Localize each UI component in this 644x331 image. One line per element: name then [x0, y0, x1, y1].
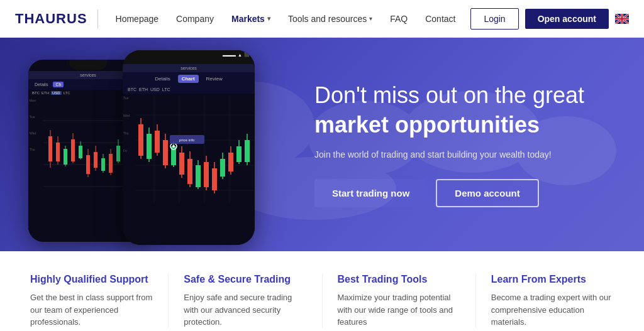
nav-item-contact[interactable]: Contact — [418, 9, 463, 29]
chevron-down-icon: ▾ — [267, 15, 270, 22]
feature-title-0: Highly Qualified Support — [30, 274, 153, 285]
feature-item-2: Best Trading ToolsMaximize your trading … — [323, 274, 476, 328]
logo: THAURUS — [15, 11, 87, 27]
nav-item-homepage[interactable]: Homepage — [108, 9, 167, 29]
feature-desc-2: Maximize your trading potential with our… — [338, 291, 460, 328]
feature-item-3: Learn From ExpertsBecome a trading exper… — [476, 274, 629, 328]
chevron-down-icon: ▾ — [369, 15, 372, 22]
nav-item-company[interactable]: Company — [169, 9, 221, 29]
header: THAURUS HomepageCompanyMarkets▾Tools and… — [0, 0, 644, 38]
header-actions: Login Open account — [470, 8, 629, 30]
hero-title-light: Don't miss out on the great — [314, 82, 619, 109]
hero-content: Don't miss out on the great market oppor… — [296, 82, 644, 207]
svg-point-54 — [172, 145, 175, 148]
feature-title-2: Best Trading Tools — [338, 274, 460, 285]
open-account-button[interactable]: Open account — [525, 9, 609, 29]
feature-desc-0: Get the best in class support from our t… — [30, 291, 153, 328]
demo-account-button[interactable]: Demo account — [436, 179, 538, 207]
hero-section: services Details Ch BTC ETH USD LTC Mon — [0, 38, 644, 251]
nav-item-tools-and-resources[interactable]: Tools and resources▾ — [280, 9, 380, 29]
services-label-front: services — [123, 64, 255, 72]
phone-front: ▬▬▬ ▲ ⬛ services Details Chart Review BT… — [123, 50, 255, 245]
hero-subtitle: Join the world of trading and start buil… — [314, 148, 619, 161]
feature-title-1: Safe & Secure Trading — [184, 274, 306, 285]
hero-buttons: Start trading now Demo account — [314, 179, 619, 207]
svg-text:price info: price info — [179, 138, 195, 142]
nav-item-faq[interactable]: FAQ — [382, 9, 415, 29]
feature-desc-1: Enjoy safe and secure trading with our a… — [184, 291, 306, 328]
features-section: Highly Qualified SupportGet the best in … — [0, 251, 644, 331]
login-button[interactable]: Login — [470, 8, 518, 30]
phone-notch-back — [69, 60, 107, 70]
nav-item-markets[interactable]: Markets▾ — [224, 9, 278, 29]
start-trading-button[interactable]: Start trading now — [314, 179, 427, 207]
feature-item-0: Highly Qualified SupportGet the best in … — [15, 274, 169, 328]
feature-title-3: Learn From Experts — [491, 274, 614, 285]
feature-item-1: Safe & Secure TradingEnjoy safe and secu… — [169, 274, 322, 328]
feature-desc-3: Become a trading expert with our compreh… — [491, 291, 614, 328]
header-divider — [97, 9, 98, 28]
hero-phones: services Details Ch BTC ETH USD LTC Mon — [19, 44, 296, 245]
hero-title-bold: market opportunities — [314, 111, 619, 138]
main-nav: HomepageCompanyMarkets▾Tools and resourc… — [108, 9, 471, 29]
tab-chart-front: Chart — [178, 75, 199, 83]
tab-details-front: Details — [151, 75, 174, 83]
tab-ch-back: Ch — [53, 82, 64, 87]
chart-svg-front: price info — [135, 96, 255, 209]
language-flag-icon[interactable] — [615, 14, 629, 24]
tab-details-back: Details — [32, 82, 50, 87]
tab-review-front: Review — [203, 75, 226, 83]
